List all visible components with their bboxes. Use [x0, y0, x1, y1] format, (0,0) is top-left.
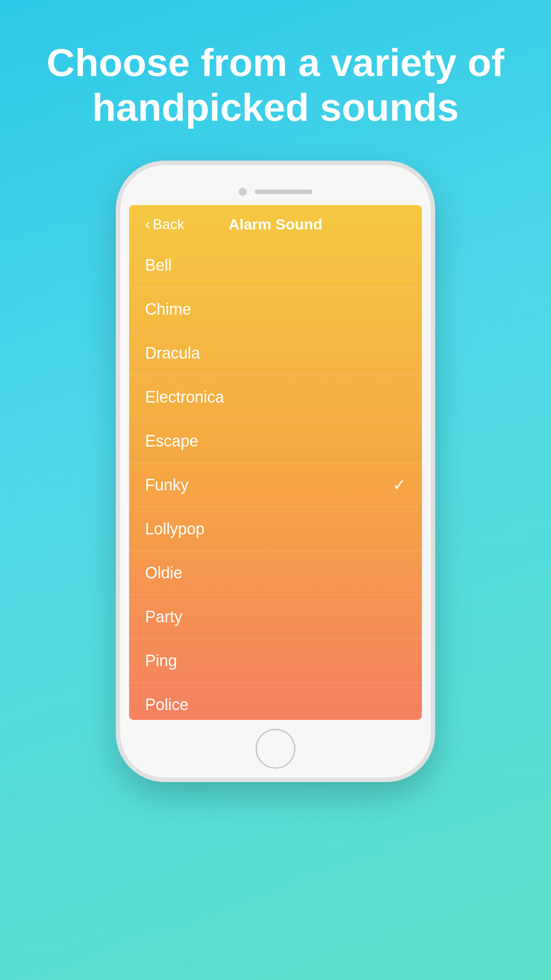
back-chevron-icon: ‹: [145, 216, 150, 231]
sound-list: BellChimeDraculaElectronicaEscapeFunky✓L…: [129, 244, 422, 720]
nav-title: Alarm Sound: [228, 216, 323, 233]
sound-item-bell[interactable]: Bell: [129, 244, 422, 288]
sound-item-police[interactable]: Police: [129, 683, 422, 720]
sound-item-party[interactable]: Party: [129, 595, 422, 639]
nav-bar: ‹ Back Alarm Sound: [129, 205, 422, 244]
sound-item-electronica[interactable]: Electronica: [129, 375, 422, 419]
sound-label-escape: Escape: [145, 432, 198, 450]
headline-line2: handpicked sounds: [92, 85, 459, 129]
sound-label-ping: Ping: [145, 652, 177, 670]
phone-speaker: [255, 190, 312, 194]
page-headline: Choose from a variety of handpicked soun…: [0, 0, 551, 156]
phone-bottom: [120, 720, 431, 778]
home-button[interactable]: [256, 729, 295, 769]
phone-frame: ‹ Back Alarm Sound BellChimeDraculaElect…: [120, 165, 431, 778]
sound-label-lollypop: Lollypop: [145, 520, 205, 538]
sound-label-oldie: Oldie: [145, 564, 182, 582]
back-button[interactable]: ‹ Back: [145, 216, 184, 233]
sound-item-ping[interactable]: Ping: [129, 639, 422, 683]
sound-item-oldie[interactable]: Oldie: [129, 551, 422, 595]
sound-label-bell: Bell: [145, 256, 172, 275]
phone-wrapper: ‹ Back Alarm Sound BellChimeDraculaElect…: [0, 156, 551, 980]
sound-check-funky: ✓: [393, 476, 406, 494]
sound-label-chime: Chime: [145, 300, 191, 319]
sound-label-funky: Funky: [145, 476, 189, 494]
sound-label-dracula: Dracula: [145, 344, 200, 363]
sound-item-lollypop[interactable]: Lollypop: [129, 507, 422, 551]
sound-item-funky[interactable]: Funky✓: [129, 463, 422, 507]
headline-line1: Choose from a variety of: [47, 40, 504, 84]
sound-item-chime[interactable]: Chime: [129, 288, 422, 332]
sound-label-police: Police: [145, 695, 189, 714]
phone-camera: [239, 188, 247, 196]
phone-screen: ‹ Back Alarm Sound BellChimeDraculaElect…: [129, 205, 422, 720]
sound-label-party: Party: [145, 608, 182, 626]
sound-item-escape[interactable]: Escape: [129, 419, 422, 463]
back-label: Back: [153, 216, 184, 233]
phone-top-area: [120, 165, 431, 205]
sound-item-dracula[interactable]: Dracula: [129, 332, 422, 375]
sound-label-electronica: Electronica: [145, 388, 224, 407]
